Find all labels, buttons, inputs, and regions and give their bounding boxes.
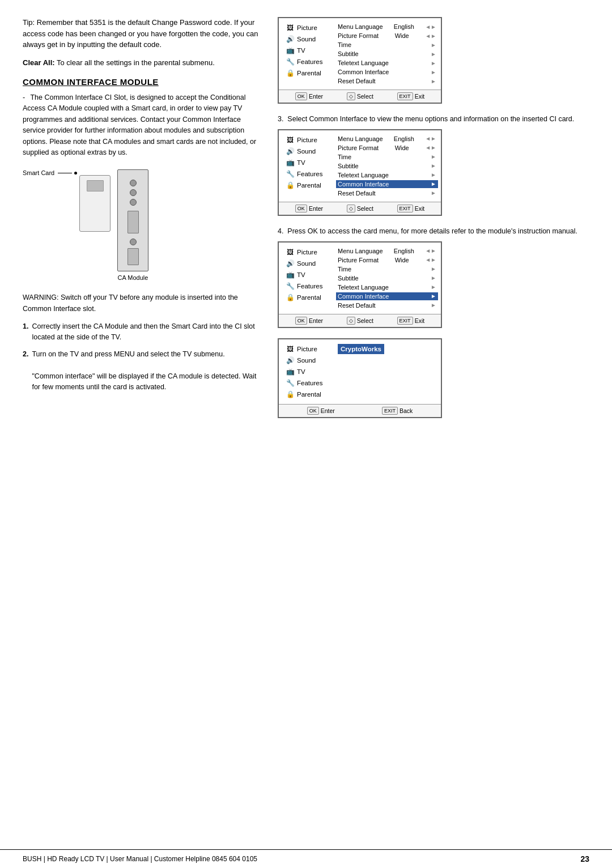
menu-row-reset-2: Reset Default ► <box>338 189 436 197</box>
menu-row-reset-3: Reset Default ► <box>338 301 436 309</box>
clear-all-item: Clear All: To clear all the settings in … <box>23 57 261 69</box>
menu-row-menu-language-1: Menu Language English ◄► <box>338 23 436 31</box>
tv-icon-2: 📺 <box>286 159 295 167</box>
left-column: Tip: Remember that 5351 is the default C… <box>23 17 261 428</box>
menu-item-sound-3[interactable]: 🔊 Sound <box>283 258 334 269</box>
menu-item-features-3[interactable]: 🔧 Features <box>283 281 334 291</box>
menu-row-subtitle-3: Subtitle ► <box>338 274 436 282</box>
smart-card-shape <box>79 175 110 232</box>
body-paragraph-1: - The Common Interface CI Slot, is desig… <box>23 92 261 158</box>
menu-row-picture-format-1: Picture Format Wide ◄► <box>338 32 436 40</box>
menu-item-features-1[interactable]: 🔧 Features <box>283 57 334 67</box>
parental-icon-1: 🔒 <box>286 69 295 77</box>
tv-icon-1: 📺 <box>286 46 295 54</box>
menu-item-features-4[interactable]: 🔧 Features <box>283 378 334 388</box>
menu-item-tv-3[interactable]: 📺 TV <box>283 270 334 280</box>
menu-row-menu-language-3: Menu Language English ◄► <box>338 247 436 255</box>
menu-item-picture-2[interactable]: 🖼 Picture <box>283 135 334 145</box>
menu-row-time-1: Time ► <box>338 41 436 49</box>
menu-item-sound-2[interactable]: 🔊 Sound <box>283 146 334 156</box>
menu-footer-4: OK Enter EXIT Back <box>279 404 441 417</box>
menu-row-time-2: Time ► <box>338 153 436 161</box>
sound-icon-3: 🔊 <box>286 259 295 267</box>
menu-left-2: 🖼 Picture 🔊 Sound 📺 TV 🔧 <box>283 135 334 197</box>
menu-left-3: 🖼 Picture 🔊 Sound 📺 TV 🔧 <box>283 247 334 309</box>
menu-step-2: 🖼 Picture 🔊 Sound 📺 TV 🔧 <box>278 129 589 216</box>
page-footer: BUSH | HD Ready LCD TV | User Manual | C… <box>0 849 612 868</box>
footer-select-1: ◇ Select <box>347 92 373 100</box>
features-icon-1: 🔧 <box>286 58 295 66</box>
features-icon-4: 🔧 <box>286 379 295 387</box>
parental-icon-2: 🔒 <box>286 181 295 189</box>
menu-item-tv-4[interactable]: 📺 TV <box>283 367 334 377</box>
menu-row-picture-format-3: Picture Format Wide ◄► <box>338 256 436 264</box>
menu-footer-1: OK Enter ◇ Select EXIT Exit <box>279 90 441 103</box>
sound-icon-4: 🔊 <box>286 356 295 364</box>
menu-item-parental-2[interactable]: 🔒 Parental <box>283 180 334 190</box>
footer-exit-2: EXIT Exit <box>397 205 425 212</box>
menu-item-features-2[interactable]: 🔧 Features <box>283 169 334 179</box>
menu-row-reset-1: Reset Default ► <box>338 77 436 85</box>
menu-box-2: 🖼 Picture 🔊 Sound 📺 TV 🔧 <box>278 129 442 216</box>
picture-icon-3: 🖼 <box>286 248 295 256</box>
menu-item-picture-1[interactable]: 🖼 Picture <box>283 23 334 33</box>
menu-right-3: Menu Language English ◄► Picture Format … <box>334 247 436 309</box>
menu-row-teletext-1: Teletext Language ► <box>338 59 436 67</box>
footer-ok-2: OK Enter <box>295 205 323 212</box>
step-2: 2. Turn on the TV and press MENU and sel… <box>23 349 261 393</box>
menu-left-1: 🖼 Picture 🔊 Sound 📺 TV 🔧 <box>283 23 334 85</box>
warning-text: WARNING: Switch off your TV before any m… <box>23 292 261 314</box>
menu-box-4: 🖼 Picture 🔊 Sound 📺 TV 🔧 <box>278 338 442 418</box>
tv-icon-4: 📺 <box>286 368 295 376</box>
menu-item-sound-4[interactable]: 🔊 Sound <box>283 355 334 365</box>
menu-row-subtitle-1: Subtitle ► <box>338 50 436 58</box>
picture-icon-2: 🖼 <box>286 136 295 144</box>
menu-step-4: 🖼 Picture 🔊 Sound 📺 TV 🔧 <box>278 338 589 418</box>
page-number: 23 <box>580 854 589 863</box>
menu-row-teletext-2: Teletext Language ► <box>338 171 436 179</box>
menu-row-time-3: Time ► <box>338 265 436 273</box>
menu-item-tv-2[interactable]: 📺 TV <box>283 158 334 168</box>
crypto-right-area: CryptoWorks <box>334 344 436 399</box>
menu-step-3: 🖼 Picture 🔊 Sound 📺 TV 🔧 <box>278 241 589 328</box>
sound-icon-1: 🔊 <box>286 35 295 43</box>
footer-ok-3: OK Enter <box>295 317 323 325</box>
menu-item-parental-3[interactable]: 🔒 Parental <box>283 292 334 303</box>
menu-item-picture-3[interactable]: 🖼 Picture <box>283 247 334 257</box>
menu-item-tv-1[interactable]: 📺 TV <box>283 45 334 56</box>
sound-icon-2: 🔊 <box>286 147 295 155</box>
menu-item-parental-1[interactable]: 🔒 Parental <box>283 68 334 78</box>
menu-item-sound-1[interactable]: 🔊 Sound <box>283 34 334 44</box>
footer-exit-3: EXIT Exit <box>397 317 425 325</box>
cryptoworks-label: CryptoWorks <box>338 344 384 354</box>
footer-text: BUSH | HD Ready LCD TV | User Manual | C… <box>23 855 257 863</box>
section-heading-common-interface: COMMON INTERFACE MODULE <box>23 77 261 87</box>
menu-row-menu-language-2: Menu Language English ◄► <box>338 135 436 143</box>
menu-row-common-interface-1: Common Interface ► <box>338 68 436 76</box>
footer-ok-4: OK Enter <box>307 407 335 415</box>
tv-icon-3: 📺 <box>286 271 295 279</box>
menu-box-1: 🖼 Picture 🔊 Sound 📺 TV 🔧 <box>278 17 442 104</box>
menu-row-common-interface-3: Common Interface ► <box>336 292 438 300</box>
parental-icon-3: 🔒 <box>286 293 295 301</box>
ca-module-label: CA Module <box>118 274 148 281</box>
menu-left-4: 🖼 Picture 🔊 Sound 📺 TV 🔧 <box>283 344 334 399</box>
right-column: 🖼 Picture 🔊 Sound 📺 TV 🔧 <box>278 17 589 428</box>
diagram-area: Smart Card <box>45 169 261 281</box>
tip-paragraph: Tip: Remember that 5351 is the default C… <box>23 17 261 50</box>
menu-footer-2: OK Enter ◇ Select EXIT Exit <box>279 202 441 215</box>
step-1: 1. Correctly insert the CA Module and th… <box>23 321 261 343</box>
menu-row-teletext-3: Teletext Language ► <box>338 283 436 291</box>
footer-select-2: ◇ Select <box>347 205 373 212</box>
menu-footer-3: OK Enter ◇ Select EXIT Exit <box>279 314 441 327</box>
menu-row-picture-format-2: Picture Format Wide ◄► <box>338 144 436 152</box>
menu-item-parental-4[interactable]: 🔒 Parental <box>283 389 334 399</box>
menu-item-picture-4[interactable]: 🖼 Picture <box>283 344 334 354</box>
features-icon-2: 🔧 <box>286 170 295 178</box>
step-3-text: 3. Select Common Interface to view the m… <box>278 114 589 125</box>
clear-all-text: To clear all the settings in the parenta… <box>57 58 215 67</box>
features-icon-3: 🔧 <box>286 282 295 290</box>
footer-select-3: ◇ Select <box>347 317 373 325</box>
menu-right-2: Menu Language English ◄► Picture Format … <box>334 135 436 197</box>
menu-right-1: Menu Language English ◄► Picture Format … <box>334 23 436 85</box>
